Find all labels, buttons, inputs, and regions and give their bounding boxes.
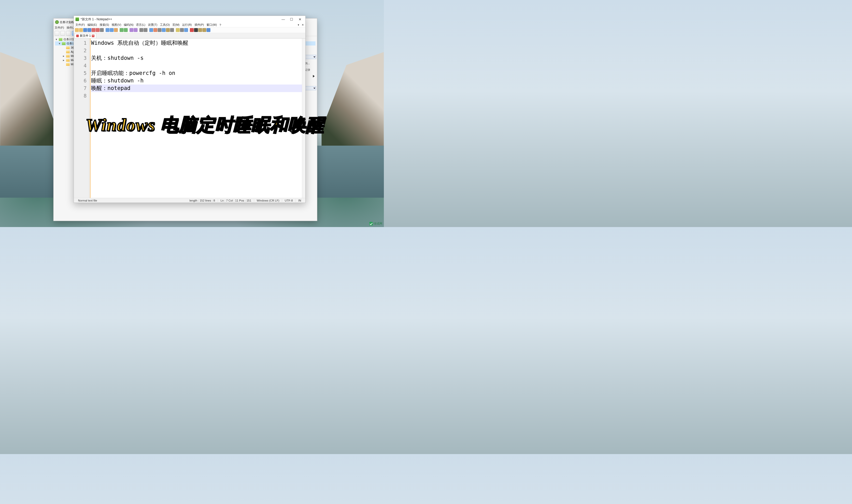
tab-new-file-1[interactable]: 新文件 1 ✕	[74, 33, 96, 38]
line-number: 1	[74, 39, 89, 47]
show-icon[interactable]	[158, 28, 162, 32]
notepadpp-tabbar[interactable]: 新文件 1 ✕	[74, 33, 305, 38]
undo-icon[interactable]	[120, 28, 124, 32]
saveall-icon[interactable]	[87, 28, 91, 32]
line-number: 4	[74, 62, 89, 69]
notepadpp-title: *新文件 1 - Notepad++	[80, 17, 278, 22]
line-number: 8	[74, 92, 89, 100]
zoomout-icon[interactable]	[144, 28, 147, 32]
menu-run[interactable]: 运行(R)	[182, 23, 192, 27]
menu-tools[interactable]: 工具(O)	[160, 23, 170, 27]
line-number: 5	[74, 69, 89, 77]
doc-icon[interactable]	[176, 28, 180, 32]
func-icon[interactable]	[166, 28, 170, 32]
code-line[interactable]: 关机：shutdown -s	[91, 54, 305, 62]
playm-icon[interactable]	[202, 28, 206, 32]
editor-area[interactable]: 12345678 Windows 系统自动（定时）睡眠和唤醒关机：shutdow…	[74, 38, 305, 198]
play-icon[interactable]	[198, 28, 202, 32]
menu-file[interactable]: 文件(F)	[75, 23, 85, 27]
status-encoding: UTF-8	[282, 199, 296, 202]
redo-icon[interactable]	[124, 28, 128, 32]
notepadpp-toolbar	[74, 27, 305, 33]
indent-icon[interactable]	[162, 28, 166, 32]
line-number: 6	[74, 77, 89, 85]
ts-dropdown-2[interactable]	[305, 86, 316, 90]
code-line[interactable]: 开启睡眠功能：powercfg -h on	[91, 69, 305, 77]
task-scheduler-actions-panel: 的... 记录	[305, 55, 316, 91]
menu-dropdown-icon[interactable]: ▾	[298, 23, 299, 26]
find-icon[interactable]	[129, 28, 133, 32]
stop-icon[interactable]	[194, 28, 198, 32]
menu-plugins[interactable]: 插件(P)	[195, 23, 204, 27]
menu-help[interactable]: ?	[219, 23, 221, 26]
status-eol: Windows (CR LF)	[254, 199, 282, 202]
vertical-scrollbar[interactable]	[302, 38, 305, 198]
close-icon[interactable]	[92, 28, 95, 32]
menu-close-icon[interactable]: ✕	[302, 23, 304, 26]
line-number: 3	[74, 54, 89, 62]
chevron-down-icon	[313, 56, 315, 58]
line-number-gutter: 12345678	[74, 38, 89, 198]
maximize-button[interactable]: ☐	[288, 17, 295, 22]
status-length: length : 152 lines : 8	[187, 199, 218, 202]
ts-back-button[interactable]	[55, 31, 59, 36]
code-line[interactable]	[91, 47, 305, 54]
computer-icon	[59, 38, 62, 41]
menu-window[interactable]: 窗口(W)	[206, 23, 217, 27]
save-icon[interactable]	[83, 28, 87, 32]
closeall-icon[interactable]	[96, 28, 99, 32]
folder-icon	[66, 63, 70, 66]
code-line[interactable]	[91, 92, 305, 100]
notepadpp-menubar[interactable]: 文件(F) 编辑(E) 搜索(S) 视图(V) 编码(N) 语言(L) 设置(T…	[74, 23, 305, 27]
new-icon[interactable]	[75, 28, 79, 32]
notepadpp-titlebar[interactable]: *新文件 1 - Notepad++ — ☐ ✕	[74, 16, 305, 23]
cut-icon[interactable]	[106, 28, 109, 32]
code-line[interactable]	[91, 62, 305, 69]
sync-icon[interactable]	[149, 28, 153, 32]
close-button[interactable]: ✕	[296, 17, 304, 22]
watermark-icon	[369, 222, 373, 226]
folder-icon	[66, 59, 70, 61]
menu-search[interactable]: 搜索(S)	[99, 23, 109, 27]
zoomin-icon[interactable]	[140, 28, 143, 32]
tab-label: 新文件 1	[80, 34, 91, 38]
menu-view[interactable]: 视图(V)	[112, 23, 121, 27]
print-icon[interactable]	[100, 28, 104, 32]
map-icon[interactable]	[180, 28, 184, 32]
chevron-down-icon	[313, 88, 315, 89]
menu-encoding[interactable]: 编码(N)	[124, 23, 133, 27]
fold-icon[interactable]	[170, 28, 174, 32]
menu-language[interactable]: 语言(L)	[136, 23, 145, 27]
folder-icon	[66, 55, 70, 57]
menu-macro[interactable]: 宏(M)	[173, 23, 180, 27]
code-line[interactable]: 唤醒：notepad	[91, 85, 305, 92]
ts-play-button[interactable]	[305, 74, 316, 78]
notepadpp-window[interactable]: *新文件 1 - Notepad++ — ☐ ✕ 文件(F) 编辑(E) 搜索(…	[74, 16, 306, 203]
task-scheduler-icon	[55, 20, 59, 24]
menu-edit[interactable]: 编辑(E)	[87, 23, 97, 27]
notepadpp-statusbar: Normal text file length : 152 lines : 8 …	[74, 198, 305, 203]
menu-settings[interactable]: 设置(T)	[148, 23, 157, 27]
copy-icon[interactable]	[110, 28, 114, 32]
ts-up-button[interactable]	[66, 31, 71, 36]
replace-icon[interactable]	[134, 28, 138, 32]
tab-close-icon[interactable]: ✕	[92, 35, 94, 37]
rec-icon[interactable]	[190, 28, 194, 32]
play-icon	[313, 75, 315, 77]
savem-icon[interactable]	[206, 28, 211, 32]
open-icon[interactable]	[79, 28, 83, 32]
folder-icon	[66, 46, 70, 49]
code-content[interactable]: Windows 系统自动（定时）睡眠和唤醒关机：shutdown -s开启睡眠功…	[89, 38, 305, 198]
code-line[interactable]: Windows 系统自动（定时）睡眠和唤醒	[91, 39, 305, 47]
ts-menu-file[interactable]: 文件(F)	[55, 26, 64, 31]
watermark-text: 绿成网	[374, 221, 382, 226]
line-number: 2	[74, 47, 89, 54]
status-mode: IN	[296, 199, 304, 202]
code-line[interactable]: 睡眠：shutdown -h	[91, 77, 305, 85]
ts-dropdown-1[interactable]	[305, 55, 316, 59]
wrap-icon[interactable]	[153, 28, 157, 32]
paste-icon[interactable]	[114, 28, 118, 32]
ts-forward-button[interactable]	[60, 31, 65, 36]
minimize-button[interactable]: —	[279, 17, 287, 22]
mon-icon[interactable]	[184, 28, 188, 32]
